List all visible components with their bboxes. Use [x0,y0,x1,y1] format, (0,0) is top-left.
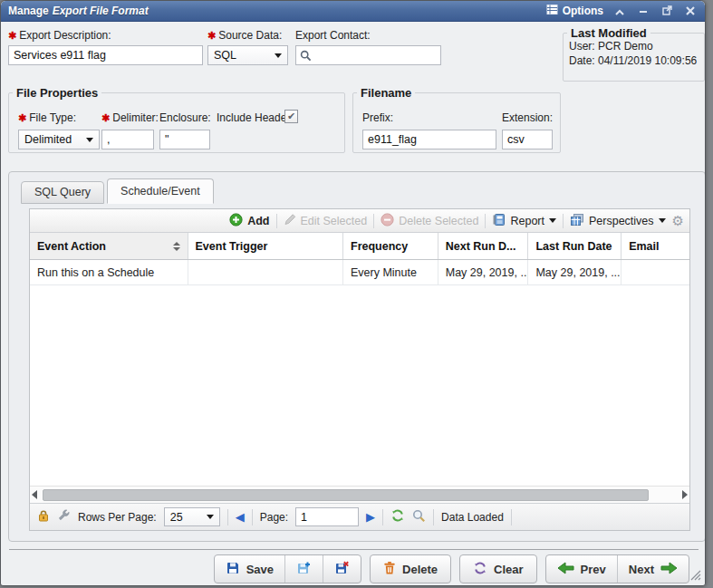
clear-button[interactable]: Clear [459,554,537,583]
cell-last-run: May 29, 2019, ... [528,260,621,284]
lock-icon[interactable] [37,509,50,525]
manage-export-window: ManageExport File Format Options [0,0,706,586]
collapse-button[interactable] [612,4,627,18]
scrollbar-thumb[interactable] [43,489,649,501]
export-description-field: ✱Export Description: [8,29,203,65]
chevron-up-icon [615,3,624,19]
options-button[interactable]: Options [546,4,603,18]
file-properties-legend: File Properties [13,86,101,100]
save-close-icon [334,561,350,578]
cell-frequency: Every Minute [343,260,438,284]
prev-button[interactable]: Prev [546,555,618,583]
cell-next-run: May 29, 2019, ... [438,260,529,284]
next-button[interactable]: Next [618,555,689,583]
page-title: ManageExport File Format [8,5,149,17]
source-data-select[interactable]: SQL [207,45,288,65]
page-input[interactable] [295,507,359,526]
grid-header-row: Event Action Event Trigger Frequency Nex… [30,233,689,260]
rows-per-page-select[interactable]: 25 [164,507,220,526]
minimize-button[interactable] [636,4,650,18]
report-menu-button[interactable]: Report [492,213,556,229]
include-header-checkbox[interactable]: ✔ [284,110,298,123]
close-icon [686,3,695,19]
rows-per-page-label: Rows Per Page: [78,511,157,524]
wrench-icon[interactable] [57,509,71,525]
export-description-input[interactable] [8,45,203,65]
trash-icon [383,561,396,578]
required-asterisk: ✱ [207,30,216,41]
cell-event-trigger [188,260,344,284]
save-and-close-button[interactable] [323,555,361,583]
column-header-event-trigger[interactable]: Event Trigger [188,233,344,259]
column-header-last-run[interactable]: Last Run Date [528,233,621,259]
enclosure-label: Enclosure: [159,111,211,124]
delete-selected-button[interactable]: Delete Selected [381,213,478,229]
source-data-field: ✱Source Data: SQL [207,29,288,65]
page-label: Page: [260,511,288,524]
include-header-label: Include Header: [217,111,294,124]
prefix-input[interactable] [362,130,496,149]
enclosure-input[interactable] [159,130,210,149]
cell-event-action: Run this on a Schedule [30,260,188,284]
last-modified-legend: Last Modified [567,26,650,40]
source-data-value: SQL [214,49,236,62]
delete-button[interactable]: Delete [370,554,451,583]
add-button[interactable]: Add [229,213,269,229]
prefix-label: Prefix: [362,111,393,124]
perspectives-menu-button[interactable]: Perspectives [570,213,666,229]
scroll-left-icon[interactable] [32,490,37,499]
next-page-icon[interactable]: ▶ [366,511,375,523]
tab-sql-query[interactable]: SQL Query [21,181,104,204]
export-contact-label: Export Contact: [295,29,441,42]
sort-icon [173,242,180,251]
file-type-value: Delimited [24,133,72,146]
resize-handle-icon[interactable] [689,568,701,580]
file-type-select[interactable]: Delimited [18,130,100,149]
close-button[interactable] [683,4,698,18]
schedule-event-grid: Add Edit Selected Delete Selected Report [29,208,690,531]
prev-next-group: Prev Next [545,554,689,583]
export-contact-field: Export Contact: [295,29,441,65]
last-modified-user: User: PCR Demo [564,40,704,54]
save-button[interactable]: Save [215,555,285,583]
export-description-label: Export Description: [19,29,111,42]
status-text: Data Loaded [441,511,504,524]
edit-selected-button[interactable]: Edit Selected [284,213,368,228]
extension-input[interactable] [502,130,553,149]
save-and-new-button[interactable] [285,555,323,583]
report-icon [492,213,506,229]
tab-schedule-event[interactable]: Schedule/Event [107,178,214,204]
scroll-right-icon[interactable] [682,490,688,499]
popout-button[interactable] [660,4,674,18]
column-header-email[interactable]: Email [621,233,689,259]
export-contact-input[interactable] [295,45,441,65]
edit-pencil-icon [284,213,296,228]
remove-icon [381,213,394,229]
search-icon[interactable] [300,49,312,65]
required-asterisk: ✱ [18,112,26,123]
gear-icon[interactable]: ⚙ [672,214,684,227]
grid-footer: Rows Per Page: 25 ◀ Page: ▶ Data Loaded [30,503,689,530]
horizontal-scrollbar[interactable] [30,486,689,503]
column-header-next-run[interactable]: Next Run D... [438,233,529,259]
popout-icon [662,3,672,19]
minimize-icon [639,3,648,19]
refresh-icon[interactable] [390,508,405,525]
grid-empty-area [30,285,689,486]
delimiter-input[interactable] [101,130,154,149]
filename-legend: Filename [357,86,415,100]
prev-arrow-icon [557,562,574,577]
last-modified-fieldset: Last Modified User: PCR Demo Date: 04/11… [563,26,705,82]
column-header-frequency[interactable]: Frequency [343,233,438,259]
search-grid-icon[interactable] [412,509,426,525]
options-grid-icon [546,4,558,18]
chevron-down-icon [275,53,282,62]
title-bar: ManageExport File Format Options [1,1,705,22]
column-header-event-action[interactable]: Event Action [30,233,188,259]
filename-fieldset: Filename Prefix: Extension: [352,86,561,153]
prev-page-icon[interactable]: ◀ [236,511,245,523]
chevron-down-icon [207,515,214,523]
table-row[interactable]: Run this on a Schedule Every Minute May … [30,260,689,285]
save-button-group: Save [214,554,361,583]
file-type-label: File Type: [29,111,76,124]
